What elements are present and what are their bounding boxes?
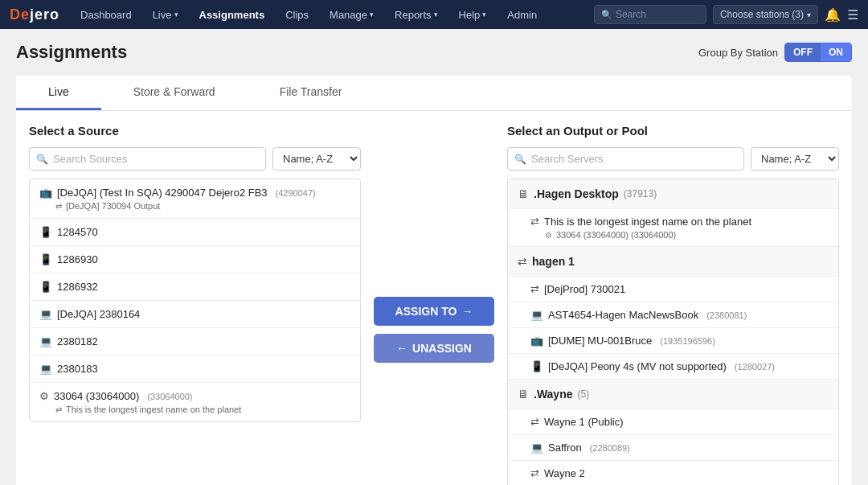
help-chevron-icon: ▾ <box>482 10 486 18</box>
reports-chevron-icon: ▾ <box>434 10 438 18</box>
source-list: 📺 [DeJQA] (Test In SQA) 4290047 Dejero2 … <box>29 179 361 422</box>
source-item[interactable]: 📺 [DeJQA] (Test In SQA) 4290047 Dejero2 … <box>30 179 360 219</box>
station-selector[interactable]: Choose stations (3) ▾ <box>713 5 818 24</box>
source-search-input[interactable] <box>53 153 259 165</box>
output-name: Saffron <box>548 442 582 454</box>
output-item[interactable]: ⇄ This is the longest ingest name on the… <box>508 209 838 247</box>
output-name: [DejProd] 730021 <box>544 283 625 295</box>
output-item[interactable]: 📱 [DeJQA] Peony 4s (MV not supported) (1… <box>508 354 838 380</box>
output-search-icon: 🔍 <box>514 154 526 165</box>
group-by-station-control: Group By Station OFF ON <box>698 43 852 62</box>
source-item[interactable]: 💻 2380182 <box>30 328 360 356</box>
output-group-header: ⇄ hagen 1 <box>508 247 838 277</box>
center-actions: ASSIGN TO → ← UNASSIGN <box>374 124 494 485</box>
toggle-on-button[interactable]: ON <box>821 43 851 61</box>
output-group-header: 🖥 .Wayne (5) <box>508 380 838 409</box>
output-laptop-icon: 💻 <box>530 309 543 321</box>
source-gear-icon: ⚙ <box>39 390 49 402</box>
output-panel-controls: 🔍 Name; A-Z Name; Z-A <box>507 147 839 171</box>
notification-icon[interactable]: 🔔 <box>825 7 841 23</box>
source-mobile-icon: 📱 <box>39 281 52 293</box>
group-desktop-icon: 🖥 <box>518 187 529 200</box>
station-chevron-icon: ▾ <box>807 10 811 19</box>
tabs: Live Store & Forward File Transfer <box>16 76 852 111</box>
nav-item-manage[interactable]: Manage ▾ <box>321 0 382 29</box>
source-item[interactable]: 💻 2380183 <box>30 356 360 383</box>
output-sort-select[interactable]: Name; A-Z Name; Z-A <box>751 147 839 171</box>
output-name: AST4654-Hagen MacNewsBook <box>548 309 698 321</box>
group-by-label: Group By Station <box>698 47 778 59</box>
source-name: [DeJQA] (Test In SQA) 4290047 Dejero2 FB… <box>57 187 268 199</box>
output-tv-icon: 📺 <box>530 335 543 347</box>
output-stream-icon: ⇄ <box>530 467 539 479</box>
group-by-toggle[interactable]: OFF ON <box>784 43 852 62</box>
tab-store-forward[interactable]: Store & Forward <box>101 76 248 110</box>
group-name: hagen 1 <box>532 255 575 268</box>
output-item[interactable]: 💻 Saffron (2280089) <box>508 435 838 461</box>
source-item[interactable]: 📱 1284570 <box>30 219 360 246</box>
source-search-wrap: 🔍 <box>29 147 266 171</box>
output-name: [DUME] MU-001Bruce <box>548 335 652 347</box>
group-desktop-icon: 🖥 <box>518 388 529 401</box>
output-stream-icon: ⇄ <box>530 416 539 428</box>
source-sub-icon: ⇄ <box>55 405 62 414</box>
source-sub-text: This is the longest ingest name on the p… <box>66 405 241 414</box>
source-item[interactable]: ⚙ 33064 (33064000) (33064000) ⇄ This is … <box>30 383 360 421</box>
source-laptop-icon: 💻 <box>39 308 52 320</box>
source-panel: Select a Source 🔍 Name; A-Z Name; Z-A 📺 … <box>29 124 361 485</box>
output-search-wrap: 🔍 <box>507 147 744 171</box>
output-panel: Select an Output or Pool 🔍 Name; A-Z Nam… <box>507 124 839 485</box>
unassign-button[interactable]: ← UNASSIGN <box>374 334 494 363</box>
output-item[interactable]: ⇄ Wayne 1 (Public) <box>508 409 838 435</box>
assign-to-button[interactable]: ASSIGN TO → <box>374 297 494 326</box>
tab-live[interactable]: Live <box>16 76 101 110</box>
source-id: (4290047) <box>276 188 316 198</box>
source-sort-select[interactable]: Name; A-Z Name; Z-A <box>272 147 361 171</box>
menu-icon[interactable]: ☰ <box>847 7 858 23</box>
source-sub-text: [DeJQA] 730094 Output <box>66 201 160 211</box>
group-name: .Wayne <box>534 388 573 401</box>
source-item[interactable]: 📱 1286930 <box>30 246 360 273</box>
source-name: 2380182 <box>57 335 98 347</box>
output-search-input[interactable] <box>531 153 737 165</box>
source-laptop-icon: 💻 <box>39 335 52 347</box>
live-chevron-icon: ▾ <box>174 10 178 18</box>
tab-file-transfer[interactable]: File Transfer <box>248 76 375 110</box>
assign-arrow-icon: → <box>461 305 473 318</box>
output-id: (2380081) <box>706 310 747 320</box>
nav-item-reports[interactable]: Reports ▾ <box>387 0 446 29</box>
output-list: 🖥 .Hagen Desktop (37913) ⇄ This is the l… <box>507 179 839 485</box>
output-item[interactable]: ⇄ Wayne 2 <box>508 461 838 485</box>
nav-item-live[interactable]: Live ▾ <box>145 0 186 29</box>
output-panel-title: Select an Output or Pool <box>507 124 839 138</box>
output-item[interactable]: 💻 AST4654-Hagen MacNewsBook (2380081) <box>508 302 838 328</box>
source-sub-icon: ⇄ <box>55 202 62 211</box>
output-laptop-icon: 💻 <box>530 442 543 454</box>
output-item[interactable]: ⇄ [DejProd] 730021 <box>508 277 838 302</box>
source-item[interactable]: 💻 [DeJQA] 2380164 <box>30 301 360 328</box>
source-item[interactable]: 📱 1286932 <box>30 273 360 301</box>
output-name: Wayne 1 (Public) <box>544 416 624 428</box>
source-name: 33064 (33064000) <box>54 390 139 402</box>
output-item[interactable]: 📺 [DUME] MU-001Bruce (1935196596) <box>508 328 838 354</box>
global-search-box[interactable]: 🔍 <box>594 5 706 24</box>
group-name: .Hagen Desktop <box>534 187 619 200</box>
nav-item-assignments[interactable]: Assignments <box>191 0 273 29</box>
nav-item-clips[interactable]: Clips <box>277 0 317 29</box>
source-name: 1286930 <box>57 253 98 265</box>
output-stream-icon: ⇄ <box>530 216 539 228</box>
page-header: Assignments Group By Station OFF ON <box>16 42 852 63</box>
source-laptop-icon: 💻 <box>39 363 52 375</box>
output-id: (1280027) <box>735 362 775 372</box>
group-stream-icon: ⇄ <box>518 255 527 268</box>
nav-item-admin[interactable]: Admin <box>499 0 545 29</box>
output-name: Wayne 2 <box>544 467 585 479</box>
source-id: (33064000) <box>147 392 192 401</box>
nav-item-help[interactable]: Help ▾ <box>451 0 495 29</box>
nav-item-dashboard[interactable]: Dashboard <box>72 0 140 29</box>
output-name: This is the longest ingest name on the p… <box>544 216 751 228</box>
toggle-off-button[interactable]: OFF <box>785 43 821 61</box>
global-search-input[interactable] <box>616 9 704 20</box>
source-name: 1284570 <box>57 226 98 238</box>
group-count: (37913) <box>624 188 657 199</box>
